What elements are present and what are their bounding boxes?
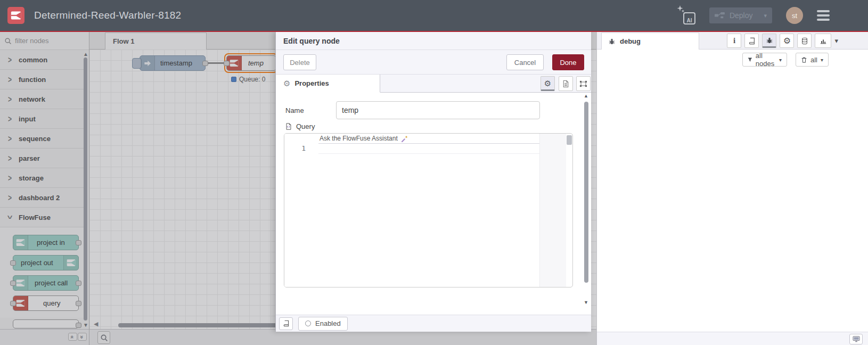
config-nodes-tab-button[interactable]: ⚙: [780, 34, 794, 48]
editor-line-1[interactable]: [318, 144, 539, 154]
editor-minimap: [539, 134, 566, 287]
monitor-icon: [853, 336, 860, 342]
dashboard-tab-button[interactable]: [815, 34, 831, 48]
dialog-header: Edit query node: [276, 32, 591, 50]
tab-appearance-button[interactable]: [576, 76, 591, 91]
app-header: Determined-Reed-Warbler-8182 AI Deploy ▾…: [0, 0, 868, 31]
bug-icon: [608, 38, 616, 45]
code-file-icon: [285, 122, 292, 130]
clear-messages-button[interactable]: all ▾: [796, 53, 829, 67]
context-tab-button[interactable]: [797, 34, 812, 48]
caret-down-icon: ▾: [779, 57, 782, 63]
edit-node-dialog: Edit query node Delete Cancel Done ⚙ Pro…: [275, 32, 591, 332]
user-avatar[interactable]: st: [786, 7, 803, 24]
line-number: 1: [301, 144, 306, 152]
node-red-app: Determined-Reed-Warbler-8182 AI Deploy ▾…: [0, 0, 868, 345]
book-icon: [748, 37, 756, 45]
filter-nodes-button[interactable]: all nodes ▾: [742, 53, 787, 67]
appearance-icon: [579, 80, 587, 88]
sidebar-options-caret[interactable]: ▾: [834, 34, 838, 48]
funnel-icon: [748, 56, 752, 63]
dialog-toolbar: Delete Cancel Done: [276, 50, 591, 75]
magic-wand-icon: [401, 135, 408, 142]
info-icon: i: [733, 36, 735, 45]
sidebar-tab-bar: debug i ⚙ ▾: [597, 32, 868, 50]
editor-scrollbar-thumb[interactable]: [567, 135, 572, 145]
tab-debug[interactable]: debug: [601, 32, 699, 50]
deploy-nodes-icon: [715, 12, 725, 19]
instance-title: Determined-Reed-Warbler-8182: [34, 10, 181, 21]
cancel-button[interactable]: Cancel: [506, 54, 544, 70]
deploy-button[interactable]: Deploy ▾: [709, 7, 772, 23]
debug-filter-row: all nodes ▾ all ▾: [597, 50, 868, 70]
open-in-window-button[interactable]: [849, 334, 863, 344]
tab-properties-icon-button[interactable]: ⚙: [541, 76, 555, 91]
enabled-toggle-button[interactable]: Enabled: [298, 317, 348, 331]
gear-icon: ⚙: [783, 37, 791, 45]
node-help-button[interactable]: [279, 317, 293, 330]
main-menu-button[interactable]: [817, 10, 830, 21]
deploy-label: Deploy: [730, 11, 753, 20]
debug-tab-button[interactable]: [762, 34, 776, 48]
scroll-down-icon[interactable]: ▼: [584, 300, 588, 305]
tab-description-button[interactable]: [559, 76, 573, 91]
enabled-state-icon: [305, 321, 311, 326]
ai-label: AI: [683, 12, 695, 24]
info-tab-button[interactable]: i: [727, 34, 741, 48]
trash-icon: [801, 56, 807, 63]
tab-properties[interactable]: ⚙ Properties: [276, 75, 380, 93]
help-tab-button[interactable]: [744, 34, 759, 48]
name-label: Name: [285, 106, 304, 114]
dialog-scrollbar[interactable]: ▲ ▼: [584, 93, 589, 302]
flowfuse-logo-icon: [7, 7, 24, 24]
scroll-up-icon[interactable]: ▲: [584, 93, 588, 98]
right-sidebar: debug i ⚙ ▾ all nodes ▾ all ▾: [596, 32, 868, 345]
debug-message-list[interactable]: [597, 70, 868, 332]
delete-button[interactable]: Delete: [283, 54, 316, 70]
ai-assistant-button[interactable]: AI: [677, 6, 695, 24]
document-icon: [562, 80, 570, 88]
query-label: Query: [296, 122, 315, 130]
dialog-body: Name Query 1 Ask the FlowFuse Assistant …: [276, 93, 591, 315]
done-button[interactable]: Done: [552, 54, 584, 70]
bar-chart-icon: [819, 37, 828, 45]
sidebar-footer: [597, 332, 868, 345]
header-accent-line: [0, 31, 868, 32]
dialog-tabs: ⚙ Properties ⚙: [276, 75, 591, 93]
name-input[interactable]: [336, 101, 540, 119]
bug-icon: [766, 37, 773, 44]
dialog-title: Edit query node: [283, 37, 340, 45]
query-code-editor[interactable]: 1 Ask the FlowFuse Assistant: [284, 133, 573, 288]
caret-down-icon: ▾: [821, 57, 823, 63]
editor-gutter: 1: [284, 134, 318, 287]
dialog-scrollbar-thumb[interactable]: [584, 102, 588, 283]
database-icon: [801, 37, 808, 45]
dialog-footer: Enabled: [276, 315, 591, 332]
book-icon: [283, 320, 290, 327]
assistant-banner[interactable]: Ask the FlowFuse Assistant: [318, 134, 539, 144]
gear-icon: ⚙: [544, 79, 551, 87]
gear-icon: ⚙: [283, 79, 290, 87]
deploy-caret-icon[interactable]: ▾: [764, 12, 767, 19]
